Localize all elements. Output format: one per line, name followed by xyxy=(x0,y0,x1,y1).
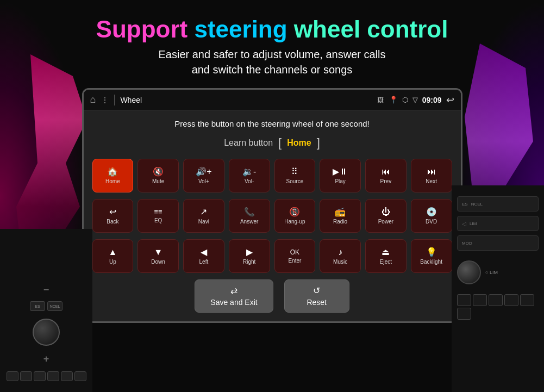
btn-eq-label: EQ xyxy=(154,217,162,223)
learn-bracket-left: [ xyxy=(278,136,282,150)
eject-icon: ⏏ xyxy=(382,248,390,257)
btn-back-label: Back xyxy=(107,219,118,225)
dvd-icon: 💿 xyxy=(426,208,437,216)
btn-eject[interactable]: ⏏ Eject xyxy=(365,239,407,273)
minus-icon: − xyxy=(43,284,49,296)
mute-icon: 🔇 xyxy=(153,167,164,176)
signal-icon: ▽ xyxy=(412,96,418,104)
sim-key-small-4 xyxy=(47,371,59,381)
sim-left-knob xyxy=(33,319,60,346)
sim-right-btn-1: ES NCEL xyxy=(457,196,539,211)
music-icon: ♪ xyxy=(338,248,342,257)
learn-label: Learn button xyxy=(224,138,273,148)
button-grid-row1: 🏠 Home 🔇 Mute 🔊+ Vol+ 🔉- Vol- ⠿ So xyxy=(92,159,452,192)
btn-vol-minus[interactable]: 🔉- Vol- xyxy=(229,159,270,192)
sim-key-small-2 xyxy=(20,371,32,381)
home-status-icon[interactable]: ⌂ xyxy=(90,94,96,105)
btn-radio[interactable]: 📻 Radio xyxy=(320,199,361,233)
sim-key-r2 xyxy=(473,294,487,306)
btn-power[interactable]: ⏻ Power xyxy=(365,199,407,233)
back-ctrl-icon: ↩ xyxy=(109,208,116,216)
sim-right-knob xyxy=(457,260,481,284)
backlight-icon: 💡 xyxy=(426,248,437,257)
btn-right-label: Right xyxy=(243,259,255,265)
subtitle-line1: Easier and safer to adjust volume, answe… xyxy=(159,48,386,60)
down-icon: ▼ xyxy=(154,248,162,257)
prev-icon: ⏮ xyxy=(382,167,390,176)
bluetooth-icon: ⬡ xyxy=(402,96,408,104)
sim-key-small-3 xyxy=(34,371,46,381)
main-title: Support steering wheel control xyxy=(96,16,448,42)
button-grid-row2: ↩ Back ≡≡ EQ ↗ Navi 📞 Answer 📵 Hang- xyxy=(92,199,452,233)
learn-button-row: Learn button [ Home ] xyxy=(92,136,452,150)
subtitle: Easier and safer to adjust volume, answe… xyxy=(96,47,448,77)
sim-key-r1 xyxy=(457,294,471,306)
btn-play[interactable]: ▶⏸ Play xyxy=(320,159,361,192)
vol-minus-icon: 🔉- xyxy=(242,167,256,176)
btn-down[interactable]: ▼ Down xyxy=(137,239,179,273)
btn-home[interactable]: 🏠 Home xyxy=(92,159,134,192)
status-right-area: 📍 ⬡ ▽ 09:09 ↩ xyxy=(389,94,454,106)
btn-enter-label: Enter xyxy=(288,258,301,264)
play-icon: ▶⏸ xyxy=(333,167,348,176)
menu-status-icon[interactable]: ⋮ xyxy=(101,96,109,104)
sim-key-small-5 xyxy=(61,371,73,381)
sim-key-r3 xyxy=(489,294,503,306)
action-row: ⇄ Save and Exit ↺ Reset xyxy=(92,279,452,313)
instruction-text: Press the button on the steering wheel o… xyxy=(92,119,452,128)
btn-enter[interactable]: OK Enter xyxy=(274,239,316,273)
btn-up-label: Up xyxy=(109,259,116,265)
btn-back[interactable]: ↩ Back xyxy=(92,199,134,233)
btn-next-label: Next xyxy=(426,178,437,184)
sim-lim-text: ○ LIM xyxy=(485,270,498,275)
learn-bracket-right: ] xyxy=(317,136,320,150)
btn-source[interactable]: ⠿ Source xyxy=(274,159,316,192)
power-icon: ⏻ xyxy=(382,208,390,216)
btn-hangup-label: Hang-up xyxy=(284,219,305,225)
status-bar: ⌂ ⋮ Wheel 🖼 📍 ⬡ ▽ 09:09 ↩ xyxy=(84,90,461,110)
btn-backlight-label: Backlight xyxy=(420,259,442,265)
btn-hangup[interactable]: 📵 Hang-up xyxy=(274,199,316,233)
btn-eject-label: Eject xyxy=(380,259,392,265)
btn-answer-label: Answer xyxy=(240,219,258,225)
status-time: 09:09 xyxy=(422,96,442,104)
btn-left[interactable]: ◀ Left xyxy=(183,239,224,273)
btn-source-label: Source xyxy=(286,178,304,184)
btn-backlight[interactable]: 💡 Backlight xyxy=(411,239,452,273)
status-divider xyxy=(114,95,115,105)
btn-dvd[interactable]: 💿 DVD xyxy=(411,199,452,233)
back-icon[interactable]: ↩ xyxy=(446,94,454,106)
up-icon: ▲ xyxy=(108,248,117,257)
btn-navi[interactable]: ↗ Navi xyxy=(183,199,224,233)
sim-key-r6 xyxy=(457,308,471,320)
btn-mute-label: Mute xyxy=(152,178,164,184)
btn-vol-plus-label: Vol+ xyxy=(198,178,209,184)
btn-play-label: Play xyxy=(335,178,345,184)
btn-radio-label: Radio xyxy=(333,219,347,225)
sim-key-ncel: NCEL xyxy=(47,301,62,311)
title-section: Support steering wheel control Easier an… xyxy=(96,16,448,77)
vol-plus-icon: 🔊+ xyxy=(196,167,211,176)
btn-eq[interactable]: ≡≡ EQ xyxy=(137,199,179,233)
sim-key-r4 xyxy=(504,294,518,306)
btn-up[interactable]: ▲ Up xyxy=(92,239,134,273)
sim-key-es: ES xyxy=(30,301,45,311)
btn-prev[interactable]: ⏮ Prev xyxy=(365,159,407,192)
reset-button[interactable]: ↺ Reset xyxy=(284,279,349,313)
btn-music[interactable]: ♪ Music xyxy=(320,239,361,273)
btn-mute[interactable]: 🔇 Mute xyxy=(137,159,179,192)
sim-key-small-6 xyxy=(74,371,86,381)
right-icon: ▶ xyxy=(246,248,253,257)
btn-power-label: Power xyxy=(378,219,393,225)
save-exit-button[interactable]: ⇄ Save and Exit xyxy=(195,279,273,313)
car-left-panel: − ES NCEL + xyxy=(0,229,92,392)
btn-right[interactable]: ▶ Right xyxy=(229,239,270,273)
btn-answer[interactable]: 📞 Answer xyxy=(229,199,270,233)
learn-value: Home xyxy=(287,138,311,148)
app-content: Press the button on the steering wheel o… xyxy=(84,110,461,321)
radio-icon: 📻 xyxy=(335,208,346,216)
btn-prev-label: Prev xyxy=(380,178,392,184)
btn-vol-plus[interactable]: 🔊+ Vol+ xyxy=(183,159,224,192)
reset-label: Reset xyxy=(307,298,327,307)
btn-next[interactable]: ⏭ Next xyxy=(411,159,452,192)
